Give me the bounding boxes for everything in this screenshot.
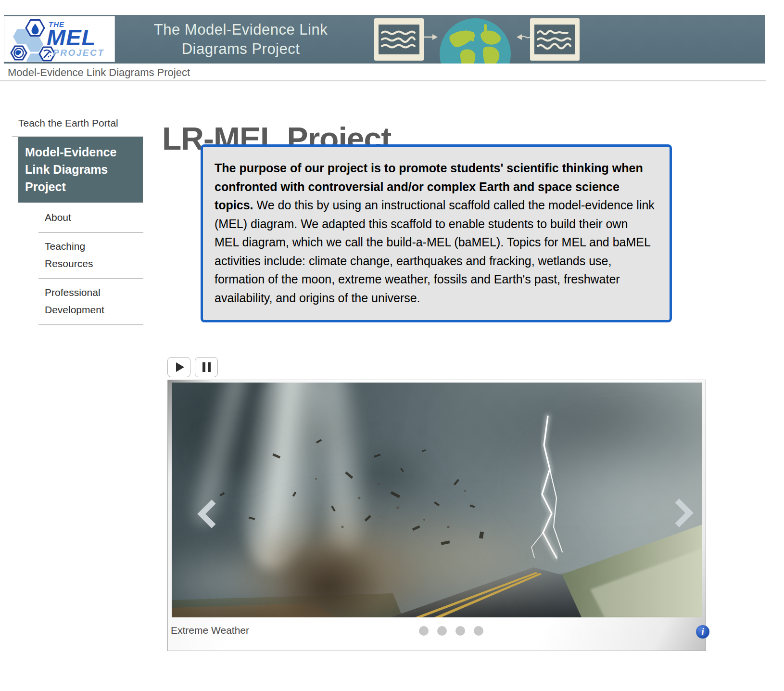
water-drop-icon bbox=[26, 20, 44, 36]
site-banner: THE MEL PROJECT The Model-Evidence Link … bbox=[4, 15, 765, 64]
breadcrumb-divider bbox=[0, 80, 766, 81]
banner-title-line2: Diagrams Project bbox=[182, 39, 300, 59]
sidebar-item-professional-development[interactable]: Professional Development bbox=[38, 279, 143, 325]
previous-slide-button[interactable] bbox=[202, 504, 216, 518]
sidebar-current-section[interactable]: Model-Evidence Link Diagrams Project bbox=[18, 137, 143, 203]
play-icon bbox=[176, 362, 184, 372]
purpose-rest-text: We do this by using an instructional sca… bbox=[215, 198, 655, 305]
evidence-card-illustration bbox=[374, 18, 424, 61]
carousel-dot[interactable] bbox=[455, 626, 465, 636]
debris-graphic bbox=[172, 383, 702, 617]
sidebar-item-teaching-resources[interactable]: Teaching Resources bbox=[38, 233, 143, 279]
play-button[interactable] bbox=[167, 357, 190, 377]
sidebar-item-about[interactable]: About bbox=[38, 204, 143, 233]
arrow-right-icon bbox=[424, 33, 438, 41]
page: THE MEL PROJECT The Model-Evidence Link … bbox=[0, 0, 784, 691]
melting-earth-illustration bbox=[437, 15, 514, 64]
carousel-dot[interactable] bbox=[437, 626, 447, 636]
sidebar-subnav: About Teaching Resources Professional De… bbox=[38, 204, 143, 325]
logo-project-text: PROJECT bbox=[53, 48, 104, 58]
sidebar-item-teach-the-earth-portal[interactable]: Teach the Earth Portal bbox=[18, 117, 118, 129]
carousel-dot[interactable] bbox=[419, 626, 429, 636]
pause-button[interactable] bbox=[195, 357, 218, 377]
arrow-left-icon bbox=[517, 33, 530, 41]
earth-icon bbox=[11, 46, 26, 60]
carousel-dot[interactable] bbox=[474, 626, 483, 636]
mel-logo-graphic: THE MEL PROJECT bbox=[4, 16, 114, 62]
pause-icon bbox=[202, 362, 211, 372]
project-purpose-text: The purpose of our project is to promote… bbox=[215, 159, 655, 307]
model-card-illustration bbox=[530, 18, 580, 61]
slideshow-controls bbox=[167, 357, 218, 377]
banner-title-line1: The Model-Evidence Link bbox=[154, 20, 328, 39]
breadcrumb[interactable]: Model-Evidence Link Diagrams Project bbox=[8, 66, 190, 79]
next-slide-button[interactable] bbox=[669, 503, 683, 517]
logo-mel-text: MEL bbox=[47, 25, 96, 50]
slide-photo-extreme-weather bbox=[172, 383, 702, 617]
image-carousel: Extreme Weather i bbox=[167, 380, 706, 651]
mel-project-logo[interactable]: THE MEL PROJECT bbox=[4, 16, 115, 62]
info-icon[interactable]: i bbox=[696, 625, 709, 639]
project-purpose-box: The purpose of our project is to promote… bbox=[201, 144, 672, 322]
slide-caption: Extreme Weather bbox=[171, 625, 249, 636]
carousel-dots bbox=[419, 626, 483, 636]
banner-title: The Model-Evidence Link Diagrams Project bbox=[119, 15, 362, 64]
